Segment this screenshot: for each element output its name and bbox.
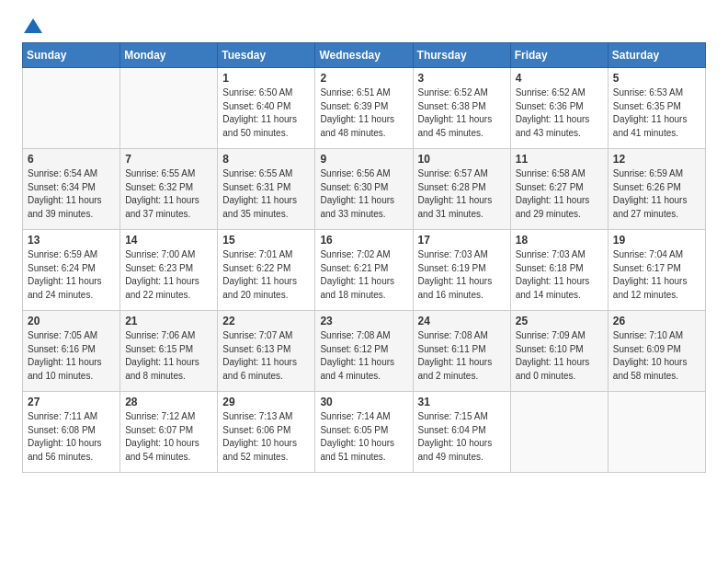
day-number: 26 xyxy=(613,315,700,327)
header-day-friday: Friday xyxy=(510,43,608,68)
day-info: Sunrise: 6:55 AM Sunset: 6:32 PM Dayligh… xyxy=(125,167,212,221)
calendar-cell: 23Sunrise: 7:08 AM Sunset: 6:12 PM Dayli… xyxy=(315,311,413,392)
day-info: Sunrise: 7:04 AM Sunset: 6:17 PM Dayligh… xyxy=(613,248,700,302)
calendar-cell: 4Sunrise: 6:52 AM Sunset: 6:36 PM Daylig… xyxy=(510,68,608,149)
day-number: 18 xyxy=(516,234,603,247)
day-number: 25 xyxy=(516,315,603,327)
calendar-cell: 12Sunrise: 6:59 AM Sunset: 6:26 PM Dayli… xyxy=(608,149,705,230)
calendar-cell: 28Sunrise: 7:12 AM Sunset: 6:07 PM Dayli… xyxy=(120,392,218,473)
week-row-4: 20Sunrise: 7:05 AM Sunset: 6:16 PM Dayli… xyxy=(23,311,706,392)
day-number: 10 xyxy=(418,153,506,166)
week-row-3: 13Sunrise: 6:59 AM Sunset: 6:24 PM Dayli… xyxy=(23,230,706,311)
svg-marker-0 xyxy=(24,18,42,33)
day-info: Sunrise: 7:10 AM Sunset: 6:09 PM Dayligh… xyxy=(613,329,700,383)
day-info: Sunrise: 6:59 AM Sunset: 6:26 PM Dayligh… xyxy=(613,167,700,221)
calendar-cell: 17Sunrise: 7:03 AM Sunset: 6:19 PM Dayli… xyxy=(413,230,510,311)
calendar-cell: 30Sunrise: 7:14 AM Sunset: 6:05 PM Dayli… xyxy=(315,392,413,473)
day-number: 3 xyxy=(418,72,506,85)
day-number: 1 xyxy=(222,72,310,85)
day-number: 29 xyxy=(222,396,310,408)
calendar-cell: 20Sunrise: 7:05 AM Sunset: 6:16 PM Dayli… xyxy=(23,311,120,392)
day-number: 12 xyxy=(613,153,700,166)
day-info: Sunrise: 6:52 AM Sunset: 6:38 PM Dayligh… xyxy=(418,86,506,140)
day-info: Sunrise: 6:55 AM Sunset: 6:31 PM Dayligh… xyxy=(222,167,310,221)
calendar-cell: 10Sunrise: 6:57 AM Sunset: 6:28 PM Dayli… xyxy=(413,149,510,230)
header-day-tuesday: Tuesday xyxy=(218,43,315,68)
day-info: Sunrise: 6:50 AM Sunset: 6:40 PM Dayligh… xyxy=(222,86,310,140)
day-number: 24 xyxy=(418,315,506,327)
day-number: 11 xyxy=(516,153,603,166)
day-info: Sunrise: 7:07 AM Sunset: 6:13 PM Dayligh… xyxy=(222,329,310,383)
day-number: 4 xyxy=(516,72,603,85)
day-info: Sunrise: 7:03 AM Sunset: 6:18 PM Dayligh… xyxy=(516,248,603,302)
day-info: Sunrise: 6:51 AM Sunset: 6:39 PM Dayligh… xyxy=(320,86,407,140)
day-number: 8 xyxy=(222,153,310,166)
day-number: 20 xyxy=(28,315,115,327)
day-number: 5 xyxy=(613,72,700,85)
day-info: Sunrise: 6:56 AM Sunset: 6:30 PM Dayligh… xyxy=(320,167,407,221)
day-info: Sunrise: 7:05 AM Sunset: 6:16 PM Dayligh… xyxy=(28,329,115,383)
header-day-thursday: Thursday xyxy=(413,43,510,68)
day-info: Sunrise: 7:11 AM Sunset: 6:08 PM Dayligh… xyxy=(28,410,115,464)
day-number: 14 xyxy=(125,234,212,247)
day-number: 22 xyxy=(222,315,310,327)
header-row: SundayMondayTuesdayWednesdayThursdayFrid… xyxy=(23,43,706,68)
calendar-cell: 19Sunrise: 7:04 AM Sunset: 6:17 PM Dayli… xyxy=(608,230,705,311)
calendar-cell: 6Sunrise: 6:54 AM Sunset: 6:34 PM Daylig… xyxy=(23,149,120,230)
calendar-body: 1Sunrise: 6:50 AM Sunset: 6:40 PM Daylig… xyxy=(23,68,706,473)
week-row-1: 1Sunrise: 6:50 AM Sunset: 6:40 PM Daylig… xyxy=(23,68,706,149)
calendar-cell: 11Sunrise: 6:58 AM Sunset: 6:27 PM Dayli… xyxy=(510,149,608,230)
day-info: Sunrise: 7:03 AM Sunset: 6:19 PM Dayligh… xyxy=(418,248,506,302)
day-info: Sunrise: 6:57 AM Sunset: 6:28 PM Dayligh… xyxy=(418,167,506,221)
calendar-cell: 21Sunrise: 7:06 AM Sunset: 6:15 PM Dayli… xyxy=(120,311,218,392)
day-number: 21 xyxy=(125,315,212,327)
calendar-cell xyxy=(120,68,218,149)
day-info: Sunrise: 7:02 AM Sunset: 6:21 PM Dayligh… xyxy=(320,248,407,302)
calendar-header: SundayMondayTuesdayWednesdayThursdayFrid… xyxy=(23,43,706,68)
day-number: 9 xyxy=(320,153,407,166)
day-info: Sunrise: 7:08 AM Sunset: 6:11 PM Dayligh… xyxy=(418,329,506,383)
calendar-cell: 7Sunrise: 6:55 AM Sunset: 6:32 PM Daylig… xyxy=(120,149,218,230)
day-info: Sunrise: 6:53 AM Sunset: 6:35 PM Dayligh… xyxy=(613,86,700,140)
day-number: 13 xyxy=(28,234,115,247)
day-number: 23 xyxy=(320,315,407,327)
day-info: Sunrise: 7:12 AM Sunset: 6:07 PM Dayligh… xyxy=(125,410,212,464)
week-row-2: 6Sunrise: 6:54 AM Sunset: 6:34 PM Daylig… xyxy=(23,149,706,230)
calendar-cell: 29Sunrise: 7:13 AM Sunset: 6:06 PM Dayli… xyxy=(218,392,315,473)
header-day-monday: Monday xyxy=(120,43,218,68)
day-number: 27 xyxy=(28,396,115,408)
calendar-cell: 22Sunrise: 7:07 AM Sunset: 6:13 PM Dayli… xyxy=(218,311,315,392)
calendar-cell: 26Sunrise: 7:10 AM Sunset: 6:09 PM Dayli… xyxy=(608,311,705,392)
calendar-cell xyxy=(608,392,705,473)
calendar-cell: 25Sunrise: 7:09 AM Sunset: 6:10 PM Dayli… xyxy=(510,311,608,392)
calendar-cell xyxy=(510,392,608,473)
calendar-cell: 14Sunrise: 7:00 AM Sunset: 6:23 PM Dayli… xyxy=(120,230,218,311)
day-info: Sunrise: 7:06 AM Sunset: 6:15 PM Dayligh… xyxy=(125,329,212,383)
day-info: Sunrise: 6:58 AM Sunset: 6:27 PM Dayligh… xyxy=(516,167,603,221)
calendar-cell: 5Sunrise: 6:53 AM Sunset: 6:35 PM Daylig… xyxy=(608,68,705,149)
day-number: 6 xyxy=(28,153,115,166)
calendar-cell: 16Sunrise: 7:02 AM Sunset: 6:21 PM Dayli… xyxy=(315,230,413,311)
day-number: 17 xyxy=(418,234,506,247)
day-info: Sunrise: 7:13 AM Sunset: 6:06 PM Dayligh… xyxy=(222,410,310,464)
calendar-cell: 3Sunrise: 6:52 AM Sunset: 6:38 PM Daylig… xyxy=(413,68,510,149)
day-number: 16 xyxy=(320,234,407,247)
header-day-wednesday: Wednesday xyxy=(315,43,413,68)
day-info: Sunrise: 6:52 AM Sunset: 6:36 PM Dayligh… xyxy=(516,86,603,140)
day-info: Sunrise: 7:09 AM Sunset: 6:10 PM Dayligh… xyxy=(516,329,603,383)
day-info: Sunrise: 7:08 AM Sunset: 6:12 PM Dayligh… xyxy=(320,329,407,383)
day-info: Sunrise: 7:15 AM Sunset: 6:04 PM Dayligh… xyxy=(418,410,506,464)
day-info: Sunrise: 7:01 AM Sunset: 6:22 PM Dayligh… xyxy=(222,248,310,302)
header-day-sunday: Sunday xyxy=(23,43,120,68)
day-info: Sunrise: 6:59 AM Sunset: 6:24 PM Dayligh… xyxy=(28,248,115,302)
day-number: 2 xyxy=(320,72,407,85)
day-info: Sunrise: 7:00 AM Sunset: 6:23 PM Dayligh… xyxy=(125,248,212,302)
logo xyxy=(22,18,42,33)
day-number: 30 xyxy=(320,396,407,408)
day-number: 28 xyxy=(125,396,212,408)
day-number: 7 xyxy=(125,153,212,166)
week-row-5: 27Sunrise: 7:11 AM Sunset: 6:08 PM Dayli… xyxy=(23,392,706,473)
calendar-cell: 1Sunrise: 6:50 AM Sunset: 6:40 PM Daylig… xyxy=(218,68,315,149)
calendar-cell: 13Sunrise: 6:59 AM Sunset: 6:24 PM Dayli… xyxy=(23,230,120,311)
calendar-cell: 27Sunrise: 7:11 AM Sunset: 6:08 PM Dayli… xyxy=(23,392,120,473)
